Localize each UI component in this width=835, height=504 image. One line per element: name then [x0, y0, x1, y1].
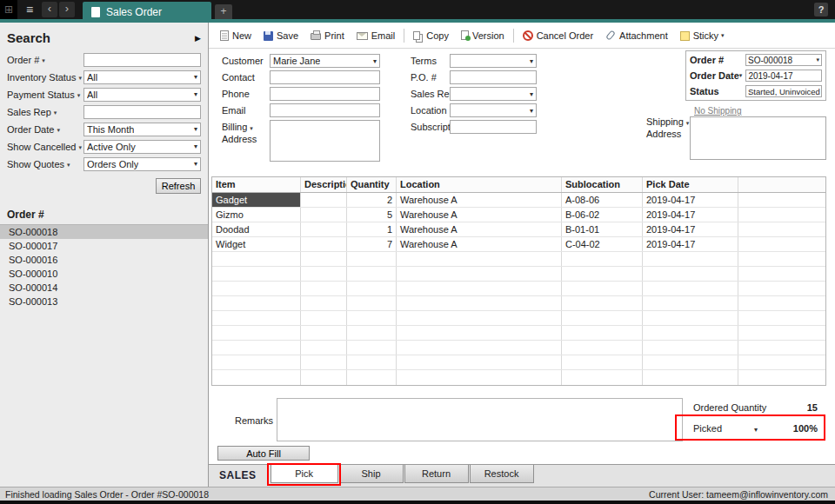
column-header-item[interactable]: Item	[212, 177, 301, 192]
toolbar-sticky-button[interactable]: Sticky▾	[680, 30, 725, 41]
toolbar-copy-button[interactable]: Copy	[413, 30, 449, 41]
hamburger-menu-icon[interactable]: ≡	[21, 0, 38, 19]
new-tab-button[interactable]: +	[215, 4, 232, 19]
billing-address-field[interactable]	[270, 120, 380, 162]
cell-description[interactable]	[301, 237, 347, 251]
toolbar-print-button[interactable]: Print	[311, 30, 344, 41]
cell-description[interactable]	[301, 222, 347, 236]
order-list-item[interactable]: SO-000017	[0, 239, 208, 253]
cell-item[interactable]: Widget	[212, 237, 301, 251]
filter-operator-caret-icon[interactable]: ▾	[67, 162, 70, 169]
toolbar-save-button[interactable]: Save	[264, 30, 298, 41]
cell-pick_date[interactable]: 2019-04-17	[643, 222, 738, 236]
cell-quantity[interactable]: 5	[347, 208, 397, 222]
filter-operator-caret-icon[interactable]: ▾	[42, 57, 45, 64]
cell-pick_date[interactable]: 2019-04-17	[643, 193, 738, 207]
column-header-description[interactable]: Description	[301, 177, 347, 192]
nav-forward-button[interactable]: ›	[59, 2, 75, 17]
email-field[interactable]	[270, 103, 380, 117]
chevron-down-icon[interactable]: ▾	[739, 72, 743, 79]
cell-pick_date[interactable]: 2019-04-17	[643, 208, 738, 222]
auto-fill-button[interactable]: Auto Fill	[217, 446, 310, 461]
help-button[interactable]: ?	[814, 3, 828, 17]
refresh-button[interactable]: Refresh	[156, 178, 201, 194]
shipping-address-field[interactable]	[690, 116, 826, 160]
table-row-empty[interactable]	[212, 355, 825, 370]
column-header-location[interactable]: Location	[397, 177, 562, 192]
cell-sublocation[interactable]: C-04-02	[562, 237, 643, 251]
table-row[interactable]: Gizmo5Warehouse AB-06-022019-04-17	[212, 208, 825, 222]
cell-location[interactable]: Warehouse A	[397, 208, 562, 222]
column-header-sublocation[interactable]: Sublocation	[562, 177, 643, 192]
remarks-field[interactable]	[277, 398, 683, 441]
cell-item[interactable]: Gizmo	[212, 208, 301, 222]
cell-quantity[interactable]: 1	[347, 222, 397, 236]
order-list-item[interactable]: SO-000014	[0, 281, 208, 295]
table-row-empty[interactable]	[212, 311, 825, 326]
filter-operator-caret-icon[interactable]: ▾	[54, 109, 57, 116]
cell-sublocation[interactable]: A-08-06	[562, 193, 643, 207]
table-row-empty[interactable]	[212, 282, 825, 296]
cell-quantity[interactable]: 2	[347, 193, 397, 207]
filter-show-cancelled-select[interactable]: Active Only ▾	[84, 140, 201, 154]
filter-order-number-input[interactable]	[84, 53, 201, 67]
cell-location[interactable]: Warehouse A	[397, 222, 562, 236]
table-row-empty[interactable]	[212, 267, 825, 282]
table-row[interactable]: Doodad1Warehouse AB-01-012019-04-17	[212, 222, 825, 237]
filter-operator-caret-icon[interactable]: ▾	[79, 75, 83, 82]
order-list-item[interactable]: SO-000018	[0, 225, 208, 239]
filter-operator-caret-icon[interactable]: ▾	[77, 92, 81, 99]
filter-sales-rep-input[interactable]	[84, 105, 201, 119]
table-row[interactable]: Gadget2Warehouse AA-08-062019-04-17	[212, 193, 825, 208]
location-select[interactable]: ▾	[450, 103, 537, 117]
cell-location[interactable]: Warehouse A	[397, 193, 562, 207]
chevron-down-icon[interactable]: ▾	[250, 125, 253, 131]
cell-quantity[interactable]: 7	[347, 237, 397, 251]
column-header-pick-date[interactable]: Pick Date	[643, 177, 738, 192]
cell-item[interactable]: Gadget	[212, 193, 301, 207]
cell-item[interactable]: Doodad	[212, 222, 301, 236]
subscription-field[interactable]	[450, 120, 537, 134]
tab-ship[interactable]: Ship	[339, 465, 404, 483]
filter-payment-status-select[interactable]: All ▾	[84, 88, 201, 102]
chevron-down-icon[interactable]: ▾	[686, 120, 690, 126]
toolbar-version-button[interactable]: Version	[461, 30, 504, 41]
sales-rep-select[interactable]: ▾	[450, 87, 537, 101]
no-shipping-link[interactable]: No Shipping	[694, 106, 741, 116]
table-row-empty[interactable]	[212, 326, 825, 341]
order-number-select[interactable]: SO-000018 ▾	[745, 54, 822, 66]
order-date-field[interactable]: 2019-04-17	[745, 70, 822, 82]
customer-select[interactable]: Marie Jane ▾	[270, 54, 380, 68]
filter-show-quotes-select[interactable]: Orders Only ▾	[84, 157, 201, 171]
tab-sales-order[interactable]: Sales Order	[83, 2, 211, 23]
po-number-field[interactable]	[450, 70, 537, 84]
cell-sublocation[interactable]: B-06-02	[562, 208, 643, 222]
order-list-item[interactable]: SO-000010	[0, 267, 208, 281]
table-row-empty[interactable]	[212, 370, 825, 385]
terms-select[interactable]: ▾	[450, 54, 537, 68]
contact-field[interactable]	[270, 70, 380, 84]
toolbar-attachment-button[interactable]: Attachment	[605, 30, 668, 41]
collapse-panel-arrow-icon[interactable]: ▶	[195, 34, 201, 43]
cell-description[interactable]	[301, 208, 347, 222]
cell-pick_date[interactable]: 2019-04-17	[643, 237, 738, 251]
toolbar-new-button[interactable]: New	[220, 30, 251, 41]
cell-location[interactable]: Warehouse A	[397, 237, 562, 251]
toolbar-cancel-button[interactable]: Cancel Order	[523, 30, 593, 41]
table-row-empty[interactable]	[212, 252, 825, 267]
app-grid-icon[interactable]: ⊞	[0, 0, 17, 19]
tab-pick[interactable]: Pick	[271, 465, 338, 483]
nav-back-button[interactable]: ‹	[42, 2, 57, 17]
phone-field[interactable]	[270, 87, 380, 101]
tab-return[interactable]: Return	[404, 465, 469, 483]
table-row[interactable]: Widget7Warehouse AC-04-022019-04-17	[212, 237, 825, 252]
filter-order-date-select[interactable]: This Month ▾	[84, 123, 201, 136]
filter-inventory-status-select[interactable]: All ▾	[84, 70, 201, 84]
order-list-item[interactable]: SO-000013	[0, 295, 208, 308]
cell-description[interactable]	[301, 193, 347, 207]
cell-sublocation[interactable]: B-01-01	[562, 222, 643, 236]
table-row-empty[interactable]	[212, 341, 825, 355]
column-header-quantity[interactable]: Quantity	[347, 177, 397, 192]
toolbar-email-button[interactable]: Email	[357, 30, 396, 41]
order-list-item[interactable]: SO-000016	[0, 253, 208, 267]
